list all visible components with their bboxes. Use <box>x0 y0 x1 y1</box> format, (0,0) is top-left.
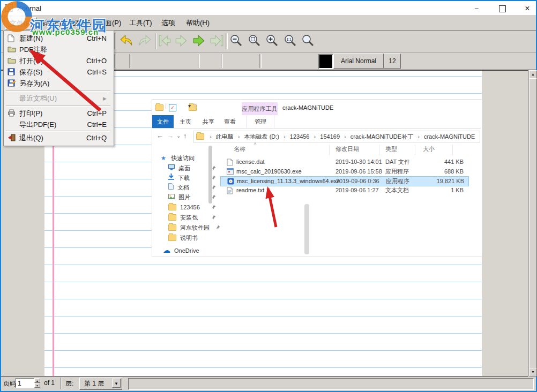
menu-options[interactable]: 选项 <box>158 17 179 28</box>
file-name[interactable]: license.dat <box>236 157 265 167</box>
menu-item-save-as[interactable]: 另存为(A) <box>4 78 112 89</box>
menu-item-open[interactable]: 打开(O) Ctrl+O <box>4 56 112 66</box>
sidebar-item-pictures[interactable]: 图片 <box>168 192 190 202</box>
menu-item-save[interactable]: 保存(S) Ctrl+S <box>4 67 112 78</box>
scrollbar-thumb[interactable] <box>529 78 537 368</box>
breadcrumb-crack[interactable]: crack-MAGNiTUDE <box>424 133 475 140</box>
tab-manage[interactable]: 管理 <box>247 115 274 128</box>
close-button[interactable]: × <box>518 3 536 14</box>
sidebar-item-downloads[interactable]: 下载 <box>168 173 190 183</box>
column-header-size[interactable]: 大小 <box>423 145 435 153</box>
separator <box>152 128 481 129</box>
minimize-button[interactable]: − <box>467 3 486 14</box>
font-size-button[interactable]: 12 <box>384 54 401 69</box>
sidebar-item-123456[interactable]: 123456 <box>168 202 200 212</box>
menu-help[interactable]: 帮助(H) <box>182 17 213 28</box>
menu-item-shortcut: Ctrl+E <box>87 119 107 130</box>
tab-home[interactable]: 主页 <box>176 115 195 128</box>
file-type: DAT 文件 <box>385 157 410 167</box>
address-bar[interactable]: › 此电脑 › 本地磁盘 (D:) › 123456 › 154169 › cr… <box>193 131 480 142</box>
folder-icon <box>168 224 176 231</box>
separator <box>259 54 262 68</box>
sidebar-item-documents[interactable]: 文档 <box>168 183 189 192</box>
breadcrumb-patch[interactable]: crack-MAGNiTUDE补丁 <box>350 133 413 140</box>
scroll-down-icon[interactable]: ▼ <box>529 368 537 376</box>
redo-button[interactable] <box>137 33 153 49</box>
menu-item-pdf-annotate[interactable]: PDF注释 <box>4 44 112 55</box>
sidebar-item-installers[interactable]: 安装包 <box>168 213 198 222</box>
zoom-100-button[interactable]: 1:1 <box>283 33 299 49</box>
table-row[interactable]: license.dat 2019-10-30 14:01 DAT 文件 441 … <box>220 157 468 167</box>
menu-item-shortcut: Ctrl+P <box>87 108 107 119</box>
next-page-button[interactable] <box>191 33 207 49</box>
breadcrumb-154169[interactable]: 154169 <box>320 133 340 140</box>
sidebar-item-onedrive[interactable]: ☁ OneDrive <box>163 245 199 255</box>
menu-item-recent-documents[interactable]: 最近文档(U) ▶ <box>4 93 112 104</box>
qat-caret-icon[interactable]: ▾ <box>188 103 191 109</box>
tab-share[interactable]: 共享 <box>199 115 218 128</box>
forward-icon[interactable]: → <box>167 131 174 141</box>
separator <box>379 145 379 155</box>
maximize-button[interactable] <box>493 3 511 14</box>
previous-page-button[interactable] <box>174 33 190 49</box>
file-name[interactable]: readme.txt <box>236 186 264 195</box>
color-swatch-black[interactable] <box>318 54 333 69</box>
table-row[interactable]: msc_calc_20190630.exe 2019-09-06 15:58 应… <box>220 167 468 176</box>
history-dropdown-icon[interactable]: ⌄ <box>176 131 181 141</box>
undo-button[interactable] <box>119 33 135 49</box>
watermark-url: www.pc0359.cn <box>32 27 99 36</box>
vertical-scrollbar[interactable]: ▲ ▼ <box>528 70 536 376</box>
file-name[interactable]: msc_calc_20190630.exe <box>236 167 302 176</box>
crumb-separator: › <box>207 133 214 140</box>
submenu-arrow-icon: ▶ <box>103 93 107 104</box>
layer-dropdown[interactable]: 第 1 层 ▼ <box>79 378 122 390</box>
scroll-up-icon[interactable]: ▲ <box>529 70 537 79</box>
scrollbar-artifact <box>304 204 309 254</box>
separator: | <box>194 102 196 109</box>
crumb-separator: › <box>235 133 243 140</box>
sidebar-item-label: 河东软件园 <box>180 224 210 231</box>
tab-view[interactable]: 查看 <box>221 115 239 128</box>
sidebar-item-manual[interactable]: 说明书 <box>168 233 198 243</box>
combo-arrow-icon[interactable]: ▼ <box>112 379 121 388</box>
sidebar-item-desktop[interactable]: 桌面 <box>168 163 190 173</box>
crumb-separator: › <box>341 133 349 140</box>
zoom-out-button[interactable] <box>229 33 245 49</box>
spin-down-icon[interactable]: ▼ <box>34 383 40 388</box>
last-page-button[interactable] <box>209 33 225 49</box>
page-number-stepper[interactable]: ▲ ▼ <box>34 378 40 388</box>
menu-tools[interactable]: 工具(T) <box>125 17 156 28</box>
menu-item-print[interactable]: 打印(P) Ctrl+P <box>4 108 112 119</box>
breadcrumb-123456[interactable]: 123456 <box>290 133 310 140</box>
qat-checkbox-icon[interactable]: ✓ <box>169 104 176 111</box>
zoom-in-button[interactable] <box>265 33 281 49</box>
breadcrumb-this-pc[interactable]: 此电脑 <box>216 133 234 140</box>
printer-icon <box>8 109 16 118</box>
pin-icon <box>211 213 216 222</box>
font-name-button[interactable]: Arial Normal <box>333 54 384 69</box>
table-row[interactable]: readme.txt 2019-09-06 1:27 文本文档 1 KB <box>220 186 468 195</box>
sidebar-item-quick-access[interactable]: ★ 快速访问 <box>161 153 195 163</box>
qat-folder-icon[interactable] <box>155 104 163 111</box>
crumb-separator: › <box>415 133 422 140</box>
column-header-date[interactable]: 修改日期 <box>335 145 359 153</box>
zoom-select-button[interactable] <box>301 33 317 49</box>
file-name[interactable]: msc_licensing_11.13.3_windows64.exe <box>237 177 340 186</box>
tab-file[interactable]: 文件 <box>152 115 174 128</box>
menu-item-export-pdf[interactable]: 导出PDF(E) Ctrl+E <box>4 119 112 130</box>
context-tab-app-tools[interactable]: 应用程序工具 <box>242 102 278 115</box>
sidebar-scrollbar[interactable] <box>208 146 212 203</box>
column-header-type[interactable]: 类型 <box>385 145 397 153</box>
zoom-fit-button[interactable] <box>247 33 263 49</box>
first-page-button[interactable] <box>158 33 174 49</box>
sidebar-item-label: 说明书 <box>180 235 198 241</box>
table-row-selected[interactable]: msc_licensing_11.13.3_windows64.exe 2019… <box>220 176 469 186</box>
back-icon[interactable]: ← <box>156 131 163 141</box>
separator <box>114 54 116 68</box>
menu-item-quit[interactable]: 退出(Q) Ctrl+Q <box>4 133 112 144</box>
sidebar-item-hedong[interactable]: 河东软件园 <box>168 223 210 232</box>
spin-up-icon[interactable]: ▲ <box>34 378 40 383</box>
up-icon[interactable]: ↑ <box>183 131 187 141</box>
column-header-name[interactable]: 名称 <box>234 145 245 153</box>
breadcrumb-disk-d[interactable]: 本地磁盘 (D:) <box>244 133 279 140</box>
